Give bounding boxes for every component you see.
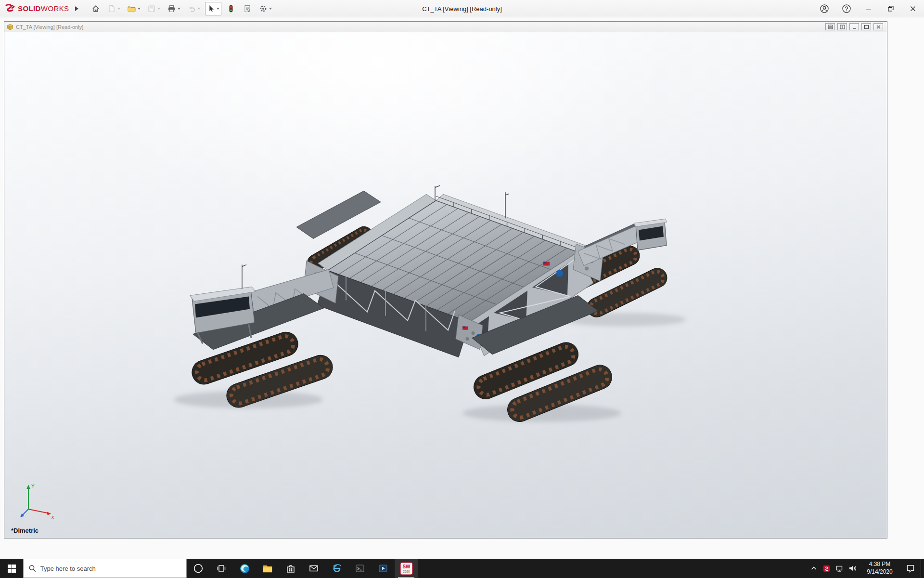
quick-access-toolbar bbox=[89, 2, 274, 15]
save-icon bbox=[147, 4, 156, 13]
minimize-button[interactable] bbox=[858, 0, 880, 17]
select-tool-button[interactable] bbox=[205, 2, 221, 15]
tile-horizontal-button[interactable] bbox=[825, 23, 835, 30]
nasa-crawler-transporter-3d-model[interactable] bbox=[4, 32, 887, 538]
file-explorer-button[interactable] bbox=[256, 559, 279, 578]
undo-button[interactable] bbox=[185, 2, 202, 15]
task-view-button[interactable] bbox=[210, 559, 233, 578]
taskbar-clock[interactable]: 4:38 PM 9/14/2020 bbox=[859, 561, 900, 576]
solidworks-taskbar-button[interactable]: SW 2020 bbox=[395, 559, 418, 578]
new-document-button[interactable] bbox=[105, 2, 122, 15]
print-icon bbox=[167, 4, 176, 13]
tray-chevron-button[interactable] bbox=[807, 559, 820, 578]
mail-button[interactable] bbox=[302, 559, 325, 578]
chevron-up-icon bbox=[810, 565, 817, 572]
file-explorer-icon bbox=[262, 564, 273, 573]
open-button[interactable] bbox=[125, 2, 142, 15]
document-titlebar[interactable]: CT_TA [Viewing] [Read-only] bbox=[4, 22, 887, 32]
solidworks-app-window: SOLIDWORKS bbox=[0, 0, 924, 578]
windows-logo-icon bbox=[8, 565, 16, 573]
document-minimize-button[interactable] bbox=[849, 23, 859, 30]
solidworks-app-icon: SW 2020 bbox=[400, 562, 413, 575]
us-flag-decal bbox=[462, 327, 468, 330]
action-center-button[interactable] bbox=[900, 559, 921, 578]
clock-date: 9/14/2020 bbox=[859, 568, 900, 576]
windows-taskbar: SW 2020 bbox=[0, 559, 924, 578]
save-button[interactable] bbox=[145, 2, 162, 15]
app-titlebar: SOLIDWORKS bbox=[0, 0, 924, 17]
movies-tv-button[interactable] bbox=[372, 559, 395, 578]
action-center-icon bbox=[906, 564, 915, 573]
titlebar-right-controls bbox=[813, 0, 924, 17]
movies-tv-icon bbox=[378, 564, 388, 573]
account-button[interactable] bbox=[813, 0, 835, 17]
rebuild-traffic-light-icon bbox=[228, 4, 234, 13]
print-dropdown-caret[interactable] bbox=[178, 8, 180, 10]
cortana-button[interactable] bbox=[187, 559, 210, 578]
restore-button[interactable] bbox=[880, 0, 902, 17]
assembly-cube-icon bbox=[7, 24, 13, 30]
help-button[interactable] bbox=[835, 0, 858, 17]
command-prompt-icon bbox=[355, 564, 365, 573]
print-button[interactable] bbox=[165, 2, 182, 15]
brand-text: SOLIDWORKS bbox=[18, 4, 69, 13]
network-icon bbox=[835, 564, 844, 573]
new-document-icon bbox=[107, 4, 116, 13]
mail-icon bbox=[309, 564, 319, 573]
undo-dropdown-caret[interactable] bbox=[197, 8, 200, 10]
home-icon bbox=[91, 4, 100, 13]
close-icon bbox=[910, 6, 916, 12]
microsoft-store-button[interactable] bbox=[279, 559, 302, 578]
file-properties-button[interactable] bbox=[241, 2, 254, 15]
search-icon bbox=[29, 565, 36, 572]
menu-expand-arrow-icon[interactable] bbox=[75, 6, 78, 11]
tray-volume-button[interactable] bbox=[846, 559, 859, 578]
document-maximize-button[interactable] bbox=[861, 23, 871, 30]
task-view-icon bbox=[217, 564, 226, 573]
open-folder-icon bbox=[127, 4, 136, 13]
brand-text-bold: SOLID bbox=[18, 4, 41, 13]
svg-text:2020: 2020 bbox=[403, 570, 410, 573]
start-button[interactable] bbox=[0, 559, 23, 578]
options-gear-icon bbox=[259, 4, 268, 13]
home-button[interactable] bbox=[89, 2, 103, 15]
select-dropdown-caret[interactable] bbox=[217, 8, 219, 10]
internet-explorer-icon bbox=[332, 563, 342, 574]
show-desktop-button[interactable] bbox=[921, 559, 924, 578]
us-flag-decal bbox=[543, 262, 550, 265]
solidworks-tray-icon bbox=[823, 565, 830, 572]
options-dropdown-caret[interactable] bbox=[269, 8, 272, 10]
solidworks-logo: SOLIDWORKS bbox=[0, 4, 72, 13]
tray-solidworks-button[interactable] bbox=[820, 559, 833, 578]
search-input[interactable] bbox=[40, 565, 181, 572]
orientation-triad[interactable]: Y x bbox=[17, 481, 57, 524]
graphics-viewport[interactable]: Y x *Dimetric bbox=[4, 32, 887, 538]
account-icon bbox=[820, 4, 829, 13]
document-close-button[interactable] bbox=[873, 23, 883, 30]
new-document-dropdown-caret[interactable] bbox=[117, 8, 120, 10]
cortana-icon bbox=[193, 563, 204, 574]
edge-icon bbox=[239, 563, 250, 574]
triad-x-label: x bbox=[51, 514, 54, 520]
close-button[interactable] bbox=[902, 0, 924, 17]
document-window: CT_TA [Viewing] [Read-only] bbox=[4, 21, 887, 539]
nasa-meatball-decal bbox=[556, 270, 563, 276]
tray-network-button[interactable] bbox=[833, 559, 846, 578]
options-button[interactable] bbox=[257, 2, 274, 15]
tile-vertical-button[interactable] bbox=[837, 23, 847, 30]
command-prompt-button[interactable] bbox=[348, 559, 372, 578]
select-cursor-icon bbox=[207, 4, 215, 13]
file-properties-icon bbox=[243, 4, 252, 13]
open-dropdown-caret[interactable] bbox=[138, 8, 141, 10]
minimize-icon bbox=[866, 6, 872, 12]
save-dropdown-caret[interactable] bbox=[157, 8, 160, 10]
taskbar-search[interactable] bbox=[23, 559, 187, 578]
edge-browser-button[interactable] bbox=[233, 559, 256, 578]
internet-explorer-button[interactable] bbox=[325, 559, 348, 578]
brand-text-regular: WORKS bbox=[41, 4, 69, 13]
rebuild-button[interactable] bbox=[224, 2, 238, 15]
document-title: CT_TA [Viewing] [Read-only] bbox=[16, 24, 83, 30]
view-orientation-label: *Dimetric bbox=[11, 527, 38, 534]
restore-icon bbox=[888, 6, 894, 12]
svg-text:SW: SW bbox=[402, 564, 411, 569]
